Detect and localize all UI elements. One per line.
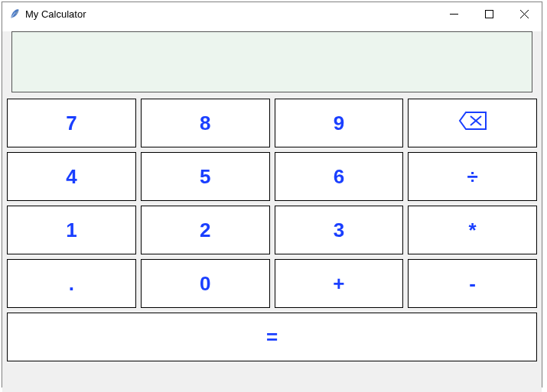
window-controls <box>436 2 542 25</box>
key-2[interactable]: 2 <box>141 206 270 254</box>
key-multiply[interactable]: * <box>408 206 537 254</box>
key-divide[interactable]: ÷ <box>408 152 537 201</box>
svg-rect-1 <box>485 10 493 18</box>
app-feather-icon <box>8 8 21 20</box>
key-9[interactable]: 9 <box>275 99 404 147</box>
app-window: My Calculator 7 8 9 <box>2 2 542 387</box>
key-8[interactable]: 8 <box>141 99 270 147</box>
key-row: 7 8 9 <box>7 99 537 147</box>
key-equals[interactable]: = <box>7 313 537 361</box>
key-row: = <box>7 313 537 361</box>
minimize-button[interactable] <box>436 2 471 25</box>
key-1[interactable]: 1 <box>7 206 136 254</box>
content-area: 7 8 9 4 5 6 ÷ <box>2 31 542 392</box>
key-row: 4 5 6 ÷ <box>7 152 537 201</box>
key-3[interactable]: 3 <box>275 206 404 254</box>
titlebar: My Calculator <box>2 2 542 25</box>
keypad: 7 8 9 4 5 6 ÷ <box>2 99 542 361</box>
key-5[interactable]: 5 <box>141 152 270 201</box>
calculator-display[interactable] <box>11 31 532 92</box>
key-minus[interactable]: - <box>408 259 537 308</box>
backspace-icon <box>458 111 487 136</box>
key-0[interactable]: 0 <box>141 259 270 308</box>
key-backspace[interactable] <box>408 99 537 147</box>
key-plus[interactable]: + <box>275 259 404 308</box>
key-6[interactable]: 6 <box>275 152 404 201</box>
window-title: My Calculator <box>25 8 436 20</box>
key-decimal[interactable]: . <box>7 259 136 308</box>
key-4[interactable]: 4 <box>7 152 136 201</box>
maximize-button[interactable] <box>471 2 506 25</box>
close-button[interactable] <box>506 2 542 25</box>
key-7[interactable]: 7 <box>7 99 136 147</box>
key-row: . 0 + - <box>7 259 537 308</box>
key-row: 1 2 3 * <box>7 206 537 254</box>
